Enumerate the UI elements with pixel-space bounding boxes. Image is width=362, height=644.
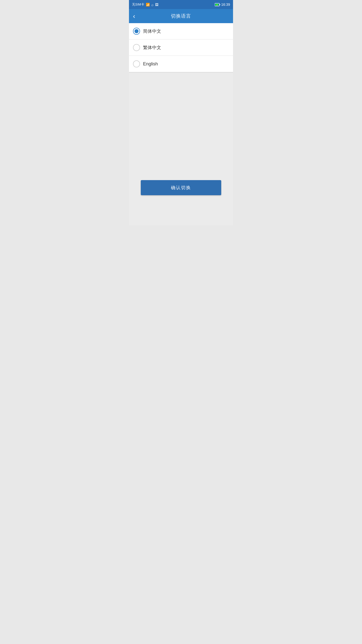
search-icon: ⌕ — [151, 3, 154, 7]
radio-english[interactable] — [133, 60, 140, 67]
image-icon: 🖼 — [155, 3, 158, 7]
content-spacer — [129, 72, 233, 180]
language-label-simplified-chinese: 简体中文 — [143, 28, 161, 34]
language-item-english[interactable]: English — [129, 56, 233, 72]
language-list: 简体中文 繁体中文 English — [129, 23, 233, 72]
battery-icon: ⚡ — [215, 3, 220, 6]
app-bar: ‹ 切换语言 — [129, 9, 233, 23]
content: 简体中文 繁体中文 English 确认切换 — [129, 23, 233, 225]
language-label-english: English — [143, 61, 158, 67]
time-display: 16:39 — [221, 3, 230, 7]
language-label-traditional-chinese: 繁体中文 — [143, 45, 161, 51]
radio-inner-simplified-chinese — [134, 29, 139, 33]
wifi-icon: 📶 — [146, 3, 150, 7]
status-right: ⚡ 16:39 — [215, 3, 230, 7]
battery-svg: ⚡ — [215, 3, 220, 6]
confirm-switch-button[interactable]: 确认切换 — [141, 180, 221, 195]
radio-simplified-chinese[interactable] — [133, 28, 140, 35]
no-sim-text: 无SIM卡 — [132, 2, 144, 7]
back-button[interactable]: ‹ — [131, 11, 137, 21]
svg-rect-2 — [219, 4, 220, 5]
radio-traditional-chinese[interactable] — [133, 44, 140, 51]
page-title: 切换语言 — [171, 13, 191, 19]
back-icon: ‹ — [133, 12, 135, 20]
confirm-container: 确认切换 — [129, 180, 233, 195]
status-left: 无SIM卡 📶 ⌕ 🖼 — [132, 2, 158, 7]
svg-text:⚡: ⚡ — [216, 4, 218, 6]
status-bar: 无SIM卡 📶 ⌕ 🖼 ⚡ 16:39 — [129, 0, 233, 9]
language-item-simplified-chinese[interactable]: 简体中文 — [129, 23, 233, 39]
language-item-traditional-chinese[interactable]: 繁体中文 — [129, 39, 233, 56]
